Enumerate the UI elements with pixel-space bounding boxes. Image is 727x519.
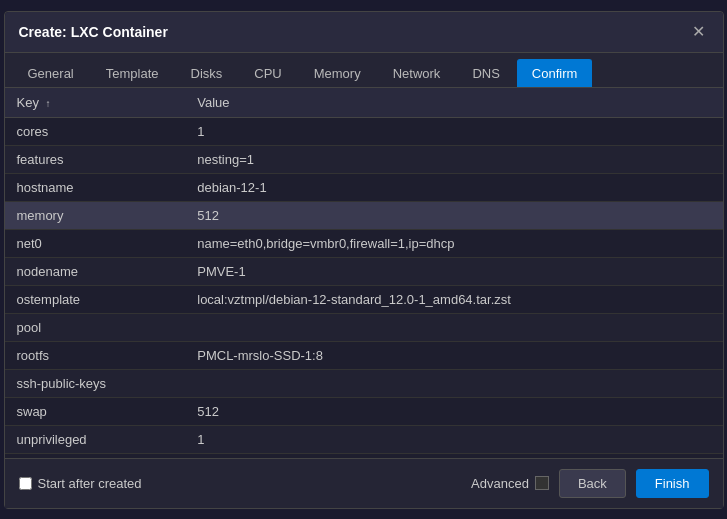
advanced-label[interactable]: Advanced [471,476,549,491]
table-row: net0name=eth0,bridge=vmbr0,firewall=1,ip… [5,229,723,257]
table-cell-key: nodename [5,257,186,285]
sort-asc-icon: ↑ [46,98,51,109]
tab-memory[interactable]: Memory [299,59,376,87]
table-row: ostemplatelocal:vztmpl/debian-12-standar… [5,285,723,313]
table-cell-value: name=eth0,bridge=vmbr0,firewall=1,ip=dhc… [185,229,722,257]
table-header-row: Key ↑ Value [5,88,723,118]
finish-button[interactable]: Finish [636,469,709,498]
tab-network[interactable]: Network [378,59,456,87]
table-row: ssh-public-keys [5,369,723,397]
table-cell-key: ostemplate [5,285,186,313]
start-after-created-checkbox[interactable] [19,477,32,490]
table-cell-value: 512 [185,201,722,229]
table-cell-value: PMVE-1 [185,257,722,285]
table-cell-value: 1 [185,117,722,145]
table-row: nodenamePMVE-1 [5,257,723,285]
table-cell-key: pool [5,313,186,341]
table-row: unprivileged1 [5,425,723,453]
table-row: memory512 [5,201,723,229]
table-cell-key: hostname [5,173,186,201]
table-cell-value: nesting=1 [185,145,722,173]
table-cell-key: cores [5,117,186,145]
col-value-header[interactable]: Value [185,88,722,118]
dialog-title-text: Create: LXC Container [19,24,168,40]
table-cell-value: PMCL-mrslo-SSD-1:8 [185,341,722,369]
confirm-table: Key ↑ Value cores1featuresnesting=1hostn… [5,88,723,458]
confirm-table-container: Key ↑ Value cores1featuresnesting=1hostn… [5,88,723,458]
advanced-text: Advanced [471,476,529,491]
tab-template[interactable]: Template [91,59,174,87]
table-cell-value: 1 [185,425,722,453]
dialog-title-bar: Create: LXC Container ✕ [5,12,723,53]
table-cell-key: memory [5,201,186,229]
table-cell-key: swap [5,397,186,425]
table-row: swap512 [5,397,723,425]
table-cell-value [185,313,722,341]
table-cell-key: net0 [5,229,186,257]
tab-cpu[interactable]: CPU [239,59,296,87]
start-after-created-label[interactable]: Start after created [19,476,142,491]
table-cell-value [185,369,722,397]
tab-confirm[interactable]: Confirm [517,59,593,87]
table-cell-key: unprivileged [5,425,186,453]
tab-dns[interactable]: DNS [457,59,514,87]
dialog-footer: Start after created Advanced Back Finish [5,458,723,508]
tab-bar: GeneralTemplateDisksCPUMemoryNetworkDNSC… [5,53,723,88]
create-lxc-dialog: Create: LXC Container ✕ GeneralTemplateD… [4,11,724,509]
advanced-checkbox[interactable] [535,476,549,490]
table-row: pool [5,313,723,341]
table-row: cores1 [5,117,723,145]
back-button[interactable]: Back [559,469,626,498]
tab-disks[interactable]: Disks [176,59,238,87]
footer-left: Start after created [19,476,142,491]
table-row: featuresnesting=1 [5,145,723,173]
table-cell-value: local:vztmpl/debian-12-standard_12.0-1_a… [185,285,722,313]
table-cell-key: ssh-public-keys [5,369,186,397]
col-key-header[interactable]: Key ↑ [5,88,186,118]
close-button[interactable]: ✕ [689,22,709,42]
table-cell-key: rootfs [5,341,186,369]
table-cell-value: 512 [185,397,722,425]
start-after-created-text: Start after created [38,476,142,491]
footer-right: Advanced Back Finish [471,469,708,498]
table-row: hostnamedebian-12-1 [5,173,723,201]
table-cell-value: debian-12-1 [185,173,722,201]
table-cell-key: features [5,145,186,173]
table-row: rootfsPMCL-mrslo-SSD-1:8 [5,341,723,369]
tab-general[interactable]: General [13,59,89,87]
